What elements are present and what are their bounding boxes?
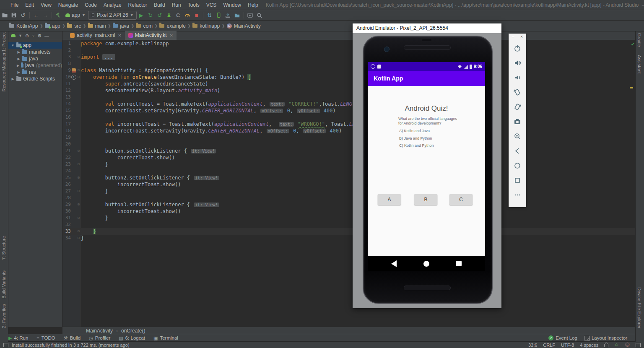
code-line[interactable]: 12 setContentView(R.layout.activity_main… [62, 87, 636, 94]
code-line[interactable]: 9⊟class MainActivity : AppCompatActivity… [62, 67, 636, 74]
breadcrumb-item-kotlinapp[interactable]: kotlinapp [192, 23, 220, 29]
file-encoding[interactable]: UTF-8 [561, 343, 574, 348]
chevron-down-icon[interactable]: ▼ [18, 34, 22, 38]
volume-down-icon[interactable] [509, 70, 526, 85]
answer-button-b[interactable]: B [414, 194, 437, 205]
toolwindow-build[interactable]: ⚒Build [64, 335, 80, 341]
sync-icon[interactable]: ↺ [18, 11, 28, 19]
toolstrip-gradle[interactable]: Gradle [637, 33, 642, 47]
tab-mainactivity-kt[interactable]: MainActivity.kt✕ [125, 31, 177, 40]
inspection-warning-mark[interactable] [630, 87, 633, 88]
breadcrumb-item-example[interactable]: example [159, 23, 185, 29]
power-icon[interactable] [509, 41, 526, 55]
breadcrumb-class[interactable]: MainActivity [86, 328, 113, 334]
breadcrumb-item-java[interactable]: java [113, 23, 129, 29]
rotate-right-icon[interactable] [509, 99, 526, 114]
code-line[interactable]: 32 [62, 221, 636, 228]
menu-build[interactable]: Build [151, 2, 169, 8]
fold-marker-icon[interactable]: ⊟ [76, 74, 81, 81]
android-view-icon[interactable] [11, 34, 16, 37]
breadcrumb-item-mainactivity[interactable]: CMainActivity [227, 23, 261, 29]
tree-item-res[interactable]: ▶res [8, 69, 62, 75]
code-line[interactable]: 23⊟ } [62, 161, 636, 168]
menu-run[interactable]: Run [169, 2, 184, 8]
code-line[interactable]: 33⊟ } [62, 228, 636, 235]
camera-icon[interactable] [509, 114, 526, 129]
menu-analyze[interactable]: Analyze [100, 2, 125, 8]
code-line[interactable]: 10↑⊟ override fun onCreate(savedInstance… [62, 74, 636, 81]
emulator-title-bar[interactable]: Android Emulator - Pixel_2_API_26:5554 [353, 23, 501, 33]
code-line[interactable]: 14 val correctToast = Toast.makeText(app… [62, 101, 636, 107]
code-line[interactable]: 8 [62, 60, 636, 67]
toolstrip-build-variants[interactable]: Build Variants [1, 270, 6, 299]
memory-indicator-icon[interactable] [636, 343, 641, 347]
code-line[interactable]: 25⊟ button2.setOnClickListener { it: Vie… [62, 174, 636, 181]
tree-arrow-icon[interactable]: ▶ [11, 77, 15, 81]
answer-button-c[interactable]: C [449, 194, 473, 205]
toolwindow-terminal[interactable]: ▣Terminal [153, 335, 178, 341]
back-icon[interactable] [391, 260, 397, 267]
toolstrip-assistant[interactable]: Assistant [637, 55, 642, 74]
fold-marker-icon[interactable]: ⊟ [76, 228, 81, 235]
close-icon[interactable]: ✕ [170, 33, 173, 38]
fold-marker-icon[interactable]: ⊟ [76, 174, 81, 181]
menu-help[interactable]: Help [244, 2, 262, 8]
code-line[interactable]: 11 super.onCreate(savedInstanceState) [62, 81, 636, 87]
overview-icon[interactable] [456, 261, 462, 266]
fold-marker-icon[interactable]: ⊟ [76, 67, 81, 74]
tree-item-manifests[interactable]: ▶manifests [8, 49, 62, 55]
breadcrumb-item-com[interactable]: com [136, 23, 153, 29]
tree-arrow-icon[interactable]: ▶ [17, 70, 21, 74]
layout-inspector-button[interactable]: Layout Inspector [584, 335, 627, 340]
code-line[interactable]: 1package com.example.kotlinapp [62, 40, 636, 47]
toolwindow-4-run[interactable]: ▶4: Run [8, 335, 28, 341]
menu-view[interactable]: View [37, 2, 55, 8]
menu-navigate[interactable]: Navigate [55, 2, 81, 8]
overview-icon[interactable] [509, 173, 526, 187]
close-icon[interactable]: ✕ [118, 33, 121, 38]
build-hammer-icon[interactable] [54, 11, 63, 19]
event-log-button[interactable]: 2 Event Log [548, 335, 577, 340]
caret-position[interactable]: 33:6 [528, 343, 537, 348]
toolwindow-6-logcat[interactable]: ▤6: Logcat [119, 335, 145, 341]
answer-button-a[interactable]: A [378, 194, 401, 205]
collapse-all-icon[interactable]: ÷ [32, 33, 34, 38]
code-line[interactable]: 20 [62, 141, 636, 148]
fold-marker-icon[interactable]: ⊟ [76, 54, 81, 60]
happy-face-icon[interactable]: ☺ [614, 343, 619, 347]
toolstrip-device-file-explorer[interactable]: Device File Explorer [637, 287, 642, 328]
open-icon[interactable] [0, 11, 9, 19]
code-editor[interactable]: 1package com.example.kotlinapp23⊟import … [62, 40, 636, 327]
sdk-manager-icon[interactable] [223, 11, 233, 19]
stop-icon[interactable]: ■ [192, 11, 201, 19]
toolstrip-structure[interactable]: 7: Structure [1, 236, 6, 260]
apply-changes-icon[interactable]: ↻ [146, 11, 155, 19]
code-line[interactable]: 34⊟} [62, 235, 636, 242]
profiler-icon[interactable] [183, 11, 192, 19]
search-icon[interactable] [255, 11, 264, 19]
sync-gradle-icon[interactable]: ⇅ [205, 11, 214, 19]
panel-minimize-icon[interactable]: – [512, 35, 514, 41]
breadcrumb-item-kotlinapp[interactable]: KotlinApp [9, 23, 38, 29]
tree-arrow-icon[interactable]: ▼ [11, 44, 15, 47]
hide-panel-icon[interactable]: — [44, 33, 49, 38]
menu-vcs[interactable]: VCS [203, 2, 220, 8]
locate-file-icon[interactable]: ⊕ [25, 33, 29, 39]
code-line[interactable]: 24 [62, 168, 636, 174]
code-line[interactable]: 13 [62, 94, 636, 101]
device-select[interactable]: Pixel 2 API 26▼ [88, 11, 137, 20]
run-configuration-select[interactable]: app▼ [63, 12, 88, 18]
zoom-icon[interactable] [509, 129, 526, 143]
run-icon[interactable]: ▶ [137, 11, 146, 19]
fold-marker-icon[interactable]: ⊟ [76, 188, 81, 195]
debug-icon[interactable] [164, 11, 174, 19]
toolwindow-toggle-icon[interactable] [3, 343, 8, 347]
back-icon[interactable]: ← [31, 11, 41, 19]
breadcrumb-method[interactable]: onCreate() [121, 328, 145, 334]
more-icon[interactable] [509, 187, 526, 202]
tree-item-gradle-scripts[interactable]: ▶Gradle Scripts [8, 75, 62, 82]
toolstrip-favorites[interactable]: 2: Favorites [1, 304, 6, 328]
code-line[interactable]: 27⊟ } [62, 188, 636, 195]
home-icon[interactable] [509, 158, 526, 173]
apply-code-changes-icon[interactable]: ↺ [155, 11, 164, 19]
